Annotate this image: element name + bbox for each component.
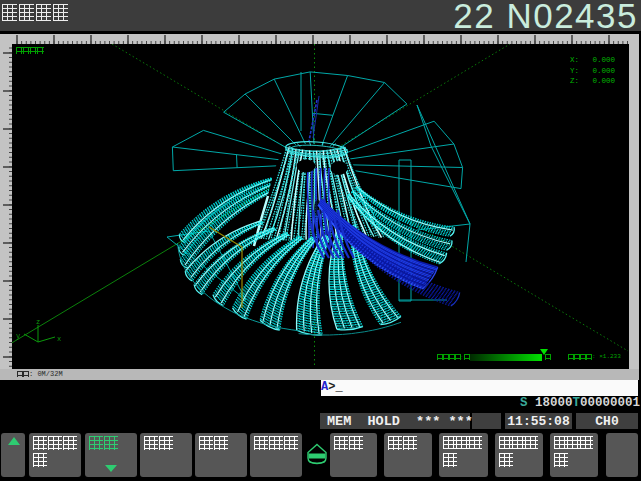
svg-text:z: z [36, 318, 40, 326]
svg-text:y: y [16, 332, 20, 340]
svg-text:x: x [57, 335, 61, 343]
